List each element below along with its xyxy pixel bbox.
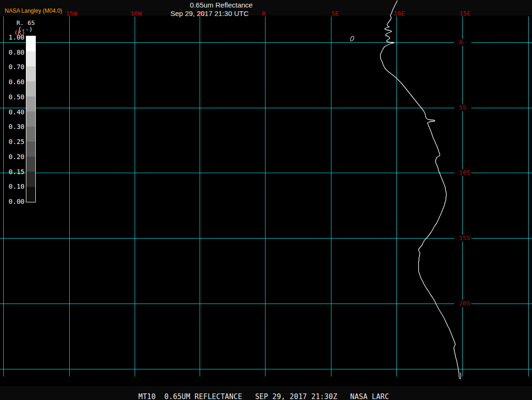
colorbar-step bbox=[26, 172, 35, 187]
island-outline bbox=[350, 36, 355, 42]
colorbar-tick-label: 0.70 bbox=[0, 64, 24, 70]
credit-text: NASA Langley (M04.0) bbox=[5, 8, 62, 14]
coastline-estuary-branch bbox=[460, 373, 461, 379]
latitude-label: 0 bbox=[458, 39, 464, 46]
colorbar-tick-label: 0.10 bbox=[0, 183, 24, 190]
longitude-label: 15E bbox=[459, 10, 470, 17]
longitude-label: 10W bbox=[130, 10, 141, 17]
latitude-label: 15S bbox=[458, 235, 471, 241]
latitude-label: 5S bbox=[458, 104, 468, 111]
colorbar-tick-label: 0.25 bbox=[0, 138, 24, 145]
colorbar-step bbox=[26, 112, 35, 127]
colorbar-tick-label: 0.80 bbox=[0, 49, 24, 56]
colorbar-tick-label: 0.15 bbox=[0, 168, 24, 175]
colorbar-title: R. 65 bbox=[16, 19, 35, 26]
colorbar-tick-label: 0.40 bbox=[0, 109, 24, 115]
colorbar-tick-label: 0.20 bbox=[0, 153, 24, 160]
colorbar-tick-label: 0.00 bbox=[0, 198, 24, 205]
colorbar bbox=[26, 36, 36, 202]
coastline-africa bbox=[380, 0, 459, 379]
colorbar-step bbox=[26, 187, 35, 202]
colorbar-tick-label: 0.30 bbox=[0, 123, 24, 130]
longitude-label: 10E bbox=[394, 10, 404, 17]
colorbar-step bbox=[26, 96, 35, 112]
colorbar-step bbox=[26, 51, 35, 66]
latitude-label: 10S bbox=[458, 169, 471, 176]
colorbar-tick-label: 0.60 bbox=[0, 79, 24, 85]
colorbar-step bbox=[26, 157, 35, 172]
longitude-label: 5E bbox=[331, 10, 339, 17]
colorbar-step bbox=[26, 81, 35, 96]
colorbar-step bbox=[26, 142, 35, 157]
latitude-label: 20S bbox=[458, 300, 471, 307]
colorbar-tick-label: 0.50 bbox=[0, 94, 24, 100]
colorbar-step bbox=[26, 36, 35, 51]
colorbar-ghost-unit: (K) bbox=[14, 29, 25, 36]
timestamp-text: Sep 29, 2017 21:30 UTC bbox=[170, 9, 249, 17]
colorbar-step bbox=[26, 66, 35, 81]
page-title: 0.65um Reflectance bbox=[190, 1, 252, 9]
colorbar-step bbox=[26, 127, 35, 142]
longitude-label: 15W bbox=[66, 10, 77, 17]
map-canvas bbox=[0, 0, 532, 400]
longitude-label: 0 bbox=[262, 10, 266, 17]
status-bar-text: MT10 0.65UM REFLECTANCE SEP 29, 2017 21:… bbox=[138, 392, 389, 400]
